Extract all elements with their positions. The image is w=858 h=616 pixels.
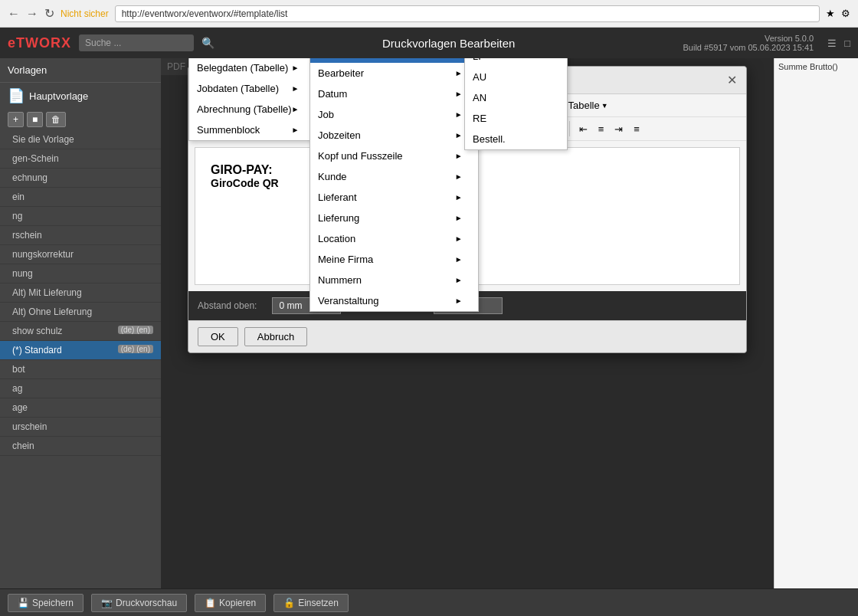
preview-button[interactable]: 📷 Druckvorschau <box>91 594 187 612</box>
forward-icon[interactable]: → <box>26 7 38 21</box>
app-header: eTWORX 🔍 Druckvorlagen Bearbeiten Versio… <box>0 28 858 58</box>
sidebar-actions: + ■ 🗑 <box>0 109 161 130</box>
sidebar-item-8[interactable]: Alt) Mit Lieferung <box>0 283 161 303</box>
cancel-button[interactable]: Abbruch <box>244 327 307 346</box>
app-version: Version 5.0.0 Build #5917 vom 05.06.2023… <box>683 34 814 52</box>
insert-icon: 🔓 <box>283 598 295 608</box>
copy-sidebar-button[interactable]: ■ <box>27 112 43 127</box>
menu-item-re[interactable]: RE <box>465 108 567 129</box>
sidebar-item-3[interactable]: ein <box>0 188 161 207</box>
back-icon[interactable]: ← <box>8 7 20 21</box>
dialog-close-button[interactable]: ✕ <box>727 73 737 87</box>
sidebar-item-2[interactable]: echnung <box>0 169 161 188</box>
sidebar-item-7[interactable]: nung <box>0 264 161 283</box>
ok-button[interactable]: OK <box>198 327 238 346</box>
url-bar[interactable] <box>115 5 820 22</box>
sidebar-main-label: Hauptvorlage <box>29 90 88 102</box>
sidebar-item-14[interactable]: age <box>0 398 161 418</box>
sidebar-header: Vorlagen <box>0 58 161 83</box>
right-panel-text: Summe Brutto() <box>778 62 854 71</box>
sidebar-item-16[interactable]: chein <box>0 437 161 456</box>
menu-level3: GiroCode QR LI AU AN RE <box>464 58 568 150</box>
logo-accent: e <box>8 35 16 51</box>
dialog-footer: OK Abbruch <box>188 320 746 352</box>
sidebar-item-4[interactable]: ng <box>0 207 161 226</box>
delete-button[interactable]: 🗑 <box>46 112 66 127</box>
app-title: Druckvorlagen Bearbeiten <box>222 37 675 50</box>
copy-bottom-button[interactable]: 📋 Kopieren <box>195 594 266 612</box>
menu-item-li[interactable]: LI <box>465 58 567 67</box>
menu-item-jobdaten[interactable]: Jobdaten (Tabelle) ► <box>189 78 314 99</box>
file-icon: 📄 <box>8 87 25 104</box>
align-right-button[interactable]: ⇥ <box>611 121 627 137</box>
bookmark-icon[interactable]: ★ <box>826 8 835 19</box>
copy-icon: 📋 <box>205 598 216 608</box>
sidebar-item-12[interactable]: bot <box>0 360 161 379</box>
menu-item-summenblock[interactable]: Summenblock ► <box>189 120 314 140</box>
save-button[interactable]: 💾 Speichern <box>8 594 84 612</box>
menu-item-lieferung[interactable]: Lieferung ► <box>310 208 478 228</box>
sidebar-item-1[interactable]: gen-Schein <box>0 149 161 169</box>
menu-item-meine-firma[interactable]: Meine Firma ► <box>310 249 478 270</box>
dialog: Drucktext: ✕ Datei▼ Bearbeiten▼ Ansicht▼ <box>188 66 747 353</box>
sidebar-item-10[interactable]: show schulz (de) (en) <box>0 322 161 341</box>
extension-icon[interactable]: ⚙ <box>841 8 850 19</box>
sidebar-item-15[interactable]: urschein <box>0 418 161 437</box>
menu-item-au[interactable]: AU <box>465 67 567 87</box>
menu-item-kunde[interactable]: Kunde ► <box>310 166 478 187</box>
menu-item-job[interactable]: Job ► <box>310 104 478 125</box>
sidebar-main-section: 📄 Hauptvorlage <box>0 83 161 109</box>
main-layout: Vorlagen 📄 Hauptvorlage + ■ 🗑 Sie die Vo… <box>0 58 858 588</box>
sidebar-item-5[interactable]: rschein <box>0 226 161 245</box>
refresh-icon[interactable]: ↻ <box>44 6 54 21</box>
preview-icon: 📷 <box>101 598 113 608</box>
menu-item-datum[interactable]: Datum ► <box>310 84 478 104</box>
save-icon: 💾 <box>18 598 29 608</box>
sidebar-badge-10: (de) (en) <box>118 326 153 334</box>
menu-item-abrechnung[interactable]: Abrechnung (Tabelle) ► <box>189 99 314 120</box>
browser-bar: ← → ↻ Nicht sicher ★ ⚙ <box>0 0 858 28</box>
menu-item-an[interactable]: AN <box>465 87 567 108</box>
align-left-button[interactable]: ⇤ <box>575 121 591 137</box>
menu-table[interactable]: Tabelle▼ <box>562 97 614 113</box>
sidebar-item-6[interactable]: nungskorrektur <box>0 245 161 264</box>
sidebar-item-13[interactable]: ag <box>0 379 161 398</box>
menu-item-kopf-fusszeile[interactable]: Kopf und Fusszeile ► <box>310 146 478 166</box>
insert-button[interactable]: 🔓 Einsetzen <box>273 594 349 612</box>
search-input[interactable] <box>79 34 194 51</box>
menu-icon[interactable]: ☰ <box>827 38 837 49</box>
sidebar-item-11[interactable]: (*) Standard (de) (en) <box>0 341 161 360</box>
app-logo: eTWORX <box>8 35 71 51</box>
sidebar-badge-11: (de) (en) <box>118 345 153 353</box>
sidebar: Vorlagen 📄 Hauptvorlage + ■ 🗑 Sie die Vo… <box>0 58 161 588</box>
menu-item-nummern[interactable]: Nummern ► <box>310 270 478 290</box>
menu-level1: Textbausteine ► Rechnungsbausteine ► Bel… <box>188 58 315 141</box>
menu-item-veranstaltung[interactable]: Veranstaltung ► <box>310 290 478 311</box>
sidebar-item-0[interactable]: Sie die Vorlage <box>0 130 161 149</box>
justify-button[interactable]: ≡ <box>630 121 644 137</box>
menu-item-bearbeiter[interactable]: Bearbeiter ► <box>310 63 478 84</box>
align-center-button[interactable]: ≡ <box>594 121 608 137</box>
right-panel: Summe Brutto() <box>774 58 858 588</box>
menu-item-bestell[interactable]: Bestell. <box>465 129 567 149</box>
menu-item-location[interactable]: Location ► <box>310 228 478 249</box>
menu-item-lieferant[interactable]: Lieferant ► <box>310 187 478 208</box>
menu-item-belegdaten[interactable]: Belegdaten (Tabelle) ► <box>189 58 314 78</box>
menu-level2: Anklicken für Online-Bestätigung Barcode… <box>309 58 479 312</box>
spacing-top-label: Abstand oben: <box>198 300 257 311</box>
add-button[interactable]: + <box>8 112 24 127</box>
separator-5 <box>569 121 570 136</box>
sidebar-item-9[interactable]: Alt) Ohne Lieferung <box>0 303 161 322</box>
dialog-overlay: Drucktext: ✕ Datei▼ Bearbeiten▼ Ansicht▼ <box>161 58 774 588</box>
window-controls[interactable]: □ <box>844 38 850 49</box>
security-warning: Nicht sicher <box>61 8 109 19</box>
menu-item-jobzeiten[interactable]: Jobzeiten ► <box>310 125 478 146</box>
bottom-bar: 💾 Speichern 📷 Druckvorschau 📋 Kopieren 🔓… <box>0 588 858 616</box>
content-area: PDF M... Drucktext: ✕ Datei▼ Bearbeiten▼ <box>161 58 774 588</box>
search-icon[interactable]: 🔍 <box>201 37 215 49</box>
